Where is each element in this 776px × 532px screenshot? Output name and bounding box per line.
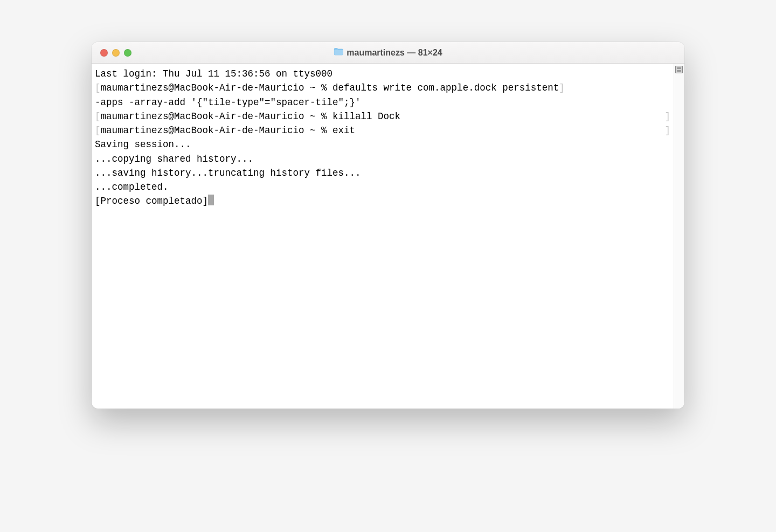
terminal-line: ...saving history...truncating history f… [95,166,670,180]
terminal-line: [maumartinezs@MacBook-Air-de-Mauricio ~ … [95,123,670,137]
terminal-line: [maumartinezs@MacBook-Air-de-Mauricio ~ … [95,81,670,95]
terminal-window: maumartinezs — 81×24 Last login: Thu Jul… [92,42,684,409]
bracket-close: ] [664,109,670,123]
terminal-line: ...copying shared history... [95,152,670,166]
close-button[interactable] [100,49,108,57]
bracket-open: [ [95,125,101,136]
bracket-open: [ [95,111,101,122]
bracket-open: [ [95,82,101,93]
title-bar[interactable]: maumartinezs — 81×24 [92,42,684,64]
maximize-button[interactable] [124,49,131,57]
terminal-line: ...completed. [95,180,670,194]
terminal-content[interactable]: Last login: Thu Jul 11 15:36:56 on ttys0… [92,64,674,409]
split-pane-icon[interactable] [675,66,683,73]
bracket-close: ] [664,123,670,137]
cursor-icon [208,195,214,205]
terminal-line: -apps -array-add '{"tile-type"="spacer-t… [95,95,670,109]
traffic-lights [100,49,131,57]
terminal-line: Saving session... [95,137,670,151]
minimize-button[interactable] [112,49,120,57]
bracket-close: ] [559,82,565,93]
terminal-line: Last login: Thu Jul 11 15:36:56 on ttys0… [95,67,670,81]
terminal-line: [maumartinezs@MacBook-Air-de-Mauricio ~ … [95,109,670,123]
window-title-group: maumartinezs — 81×24 [334,47,442,58]
terminal-body: Last login: Thu Jul 11 15:36:56 on ttys0… [92,64,684,409]
terminal-line: [Proceso completado] [95,194,670,208]
folder-icon [334,47,343,58]
window-title: maumartinezs — 81×24 [347,48,442,58]
scrollbar[interactable] [674,64,684,409]
